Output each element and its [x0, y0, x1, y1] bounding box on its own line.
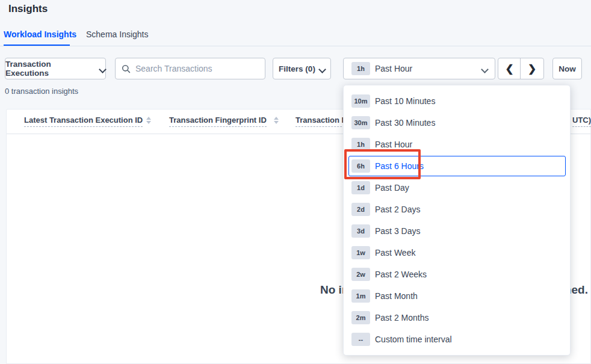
time-option-badge: 6h — [351, 159, 370, 173]
column-header-latest-transaction-execution-id[interactable]: Latest Transaction Execution ID — [24, 116, 143, 127]
tabs-divider — [0, 46, 591, 46]
time-option-badge: 2w — [351, 268, 370, 281]
sort-icon[interactable] — [146, 117, 151, 125]
now-button[interactable]: Now — [552, 58, 582, 79]
page-title: Insights — [8, 3, 48, 15]
search-input[interactable] — [135, 64, 259, 73]
time-range-dropdown: 10m Past 10 Minutes 30m Past 30 Minutes … — [343, 85, 571, 356]
time-option-badge: 10m — [351, 94, 370, 108]
time-option[interactable]: 6h Past 6 Hours — [344, 155, 570, 177]
now-button-label: Now — [559, 64, 576, 73]
time-option[interactable]: 3d Past 3 Days — [344, 220, 570, 242]
filters-button[interactable]: Filters (0) — [273, 58, 331, 79]
time-range-picker[interactable]: 1h Past Hour — [343, 58, 495, 79]
time-option[interactable]: 2w Past 2 Weeks — [344, 264, 570, 285]
view-type-select[interactable]: Transaction Executions — [5, 58, 106, 79]
time-option-label: Past 6 Hours — [375, 161, 424, 171]
time-option-badge: -- — [351, 333, 370, 346]
time-option-badge: 2d — [351, 203, 370, 216]
time-option-badge: 1m — [351, 289, 370, 303]
results-count: 0 transaction insights — [5, 87, 78, 96]
chevron-right-icon: ❯ — [528, 64, 536, 74]
time-range-label: Past Hour — [375, 64, 412, 73]
time-option-label: Past Hour — [375, 140, 412, 149]
filters-button-label: Filters (0) — [279, 64, 315, 73]
search-icon — [122, 64, 131, 73]
time-option-label: Past 3 Days — [375, 226, 420, 236]
chevron-left-icon: ❮ — [505, 64, 513, 74]
search-box[interactable] — [115, 58, 265, 79]
sort-icon[interactable] — [274, 117, 279, 125]
chevron-down-icon — [482, 66, 487, 72]
tab-workload-insights[interactable]: Workload Insights — [4, 29, 76, 39]
time-option-label: Past Month — [375, 291, 418, 301]
time-option[interactable]: 1h Past Hour — [344, 134, 570, 155]
column-header-time-utc[interactable]: UTC) — [572, 116, 591, 127]
time-option-label: Past 2 Weeks — [375, 270, 427, 279]
chevron-down-icon — [320, 66, 325, 72]
time-dropdown-list: 10m Past 10 Minutes 30m Past 30 Minutes … — [344, 90, 570, 350]
time-option-badge: 3d — [351, 224, 370, 238]
time-option-badge: 1h — [351, 138, 370, 151]
time-option[interactable]: 2d Past 2 Days — [344, 199, 570, 220]
time-option-label: Past 2 Months — [375, 313, 429, 322]
view-type-select-label: Transaction Executions — [5, 60, 96, 78]
time-option-badge: 1d — [351, 181, 370, 194]
time-option[interactable]: -- Custom time interval — [344, 329, 570, 350]
time-option[interactable]: 1w Past Week — [344, 242, 570, 264]
time-option-label: Past 10 Minutes — [375, 96, 435, 106]
tab-schema-insights[interactable]: Schema Insights — [86, 29, 149, 39]
time-next-button[interactable]: ❯ — [520, 58, 544, 79]
time-option-label: Past 2 Days — [375, 205, 420, 214]
chevron-down-icon — [100, 66, 105, 72]
time-option[interactable]: 2m Past 2 Months — [344, 307, 570, 329]
time-option-label: Past Week — [375, 248, 415, 258]
time-option[interactable]: 30m Past 30 Minutes — [344, 112, 570, 134]
time-option-badge: 30m — [351, 116, 370, 129]
column-header-transaction-fingerprint-id[interactable]: Transaction Fingerprint ID — [169, 116, 267, 127]
time-range-badge: 1h — [351, 62, 370, 75]
time-option[interactable]: 1m Past Month — [344, 285, 570, 307]
time-option-badge: 1w — [351, 246, 370, 259]
time-option-label: Past Day — [375, 183, 409, 193]
time-option-badge: 2m — [351, 311, 370, 324]
time-option[interactable]: 1d Past Day — [344, 177, 570, 199]
time-prev-button[interactable]: ❮ — [498, 58, 521, 79]
time-option-label: Past 30 Minutes — [375, 118, 435, 128]
time-option[interactable]: 10m Past 10 Minutes — [344, 90, 570, 112]
time-option-label: Custom time interval — [375, 335, 452, 344]
